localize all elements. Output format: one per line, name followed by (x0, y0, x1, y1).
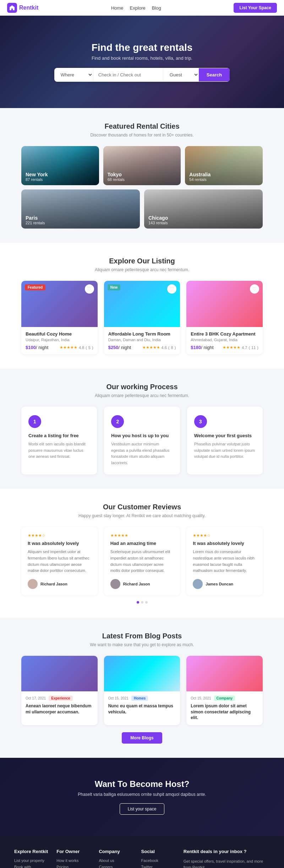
footer-link-1-0[interactable]: How it works (56, 858, 92, 863)
city-card-newyork[interactable]: New York 87 rentals (21, 146, 99, 185)
city-card-tokyo[interactable]: Tokyo 68 rentals (103, 146, 181, 185)
listing-price-0: $100/ night (26, 345, 48, 350)
blog-tag-0: Experience (49, 696, 72, 701)
blog-card-0[interactable]: Oct 17, 2021 Experience Aenean laoreet n… (21, 656, 98, 725)
author-name-0: Richard Jason (40, 582, 67, 586)
listing-price-1: $250/ night (108, 345, 131, 350)
blog-post-title-0: Aenean laoreet neque bibendum mi ullamco… (26, 703, 93, 715)
search-button[interactable]: Search (199, 68, 230, 81)
list-your-space-button[interactable]: List Your Space (234, 3, 277, 13)
city-info-newyork: New York 87 rentals (21, 168, 52, 185)
process-subtitle: Aliquam ornare pellentesque arcu nec fer… (21, 393, 263, 398)
process-num-2: 3 (194, 415, 207, 428)
listings-title: Explore Our Listing (21, 257, 263, 265)
blog-body-0: Oct 17, 2021 Experience Aenean laoreet n… (21, 691, 98, 719)
newsletter-text: Get special offers, travel inspiration, … (184, 858, 270, 868)
footer-link-0-0[interactable]: List your property (14, 858, 49, 863)
footer-heading-company: Company (99, 849, 134, 854)
dot-1[interactable] (141, 601, 143, 604)
more-blogs-button[interactable]: More Blogs (122, 732, 162, 744)
process-num-1: 2 (111, 415, 124, 428)
guest-select[interactable]: Guest (163, 68, 199, 82)
blog-image-2 (186, 656, 263, 691)
where-select[interactable]: Where (54, 68, 93, 82)
reviews-subtitle: Happy guest stay longer. At Rentkit we c… (21, 513, 263, 518)
nav-blog[interactable]: Blog (152, 5, 161, 11)
footer-link-2-1[interactable]: Careers (99, 865, 134, 868)
favorite-button-2[interactable]: ♡ (250, 284, 259, 294)
blog-date-1: Oct 15, 2021 (108, 696, 129, 700)
process-title: Our working Process (21, 383, 263, 391)
stars-0: ★★★★★ (60, 345, 77, 350)
listing-footer-2: $180/ night ★★★★★ 4.7 (11) (191, 345, 258, 350)
dot-0[interactable] (137, 601, 139, 604)
nav-right: List Your Space (234, 3, 277, 13)
favorite-button-1[interactable]: ♡ (167, 284, 176, 294)
city-count-australia: 54 rentals (189, 177, 211, 182)
navbar: Rentkit Home Explore Blog List Your Spac… (0, 0, 284, 16)
process-card-0: 1 Create a listing for free Morbi elit s… (21, 407, 97, 475)
dot-2[interactable] (145, 601, 148, 604)
blog-card-1[interactable]: Oct 15, 2021 Homes Nunc eu quam et massa… (104, 656, 180, 725)
city-info-paris: Paris 221 rentals (21, 211, 49, 229)
city-card-chicago[interactable]: Chicago 143 rentals (144, 189, 263, 229)
reviews-section: Our Customer Reviews Happy guest stay lo… (0, 489, 284, 617)
review-stars-1: ★★★★★ (110, 533, 174, 538)
footer-heading-explore: Explore Rentkit (14, 849, 49, 854)
process-grid: 1 Create a listing for free Morbi elit s… (21, 407, 263, 475)
listing-location-0: Udaipur, Rajasthan, India (26, 338, 93, 342)
checkin-input[interactable] (93, 68, 163, 81)
process-step-title-1: How you host is up to you (111, 433, 173, 438)
footer-col-owner: For Owner How it works Pricing Join as O… (56, 849, 92, 868)
process-card-2: 3 Welcome your first guests Phasellus pu… (187, 407, 263, 475)
listing-location-1: Daman, Daman and Diu, India (108, 338, 176, 342)
footer-heading-owner: For Owner (56, 849, 92, 854)
footer-link-3-1[interactable]: Twitter (141, 865, 176, 868)
nav-explore[interactable]: Explore (130, 5, 146, 11)
blog-grid: Oct 17, 2021 Experience Aenean laoreet n… (21, 656, 263, 725)
list-space-button[interactable]: List your space (120, 803, 165, 815)
author-name-2: James Duncan (206, 582, 233, 586)
stars-2: ★★★★★ (223, 345, 240, 350)
listing-badge-0: Featured (25, 284, 45, 290)
footer-link-0-1[interactable]: Book with Confidence (14, 865, 49, 868)
favorite-button-0[interactable]: ♡ (85, 284, 94, 294)
blog-meta-0: Oct 17, 2021 Experience (26, 696, 93, 701)
blog-tag-2: Company (214, 696, 235, 701)
blog-date-0: Oct 17, 2021 (26, 696, 46, 700)
listing-rating-1: ★★★★★ 4.6 (8) (142, 345, 176, 350)
footer-link-1-1[interactable]: Pricing (56, 865, 92, 868)
listing-card-1[interactable]: New ♡ Affordable Long Term Room Daman, D… (104, 281, 180, 354)
listing-image-2: ♡ (186, 281, 263, 327)
city-info-australia: Australia 54 rentals (185, 168, 215, 185)
city-card-australia[interactable]: Australia 54 rentals (185, 146, 263, 185)
blog-card-2[interactable]: Oct 15, 2021 Company Lorem ipsum dolor s… (186, 656, 263, 725)
process-section: Our working Process Aliquam ornare pelle… (0, 369, 284, 489)
footer-link-3-0[interactable]: Facebook (141, 858, 176, 863)
footer-col-social: Social Facebook Twitter LinkedIn Google … (141, 849, 176, 868)
nav-home[interactable]: Home (111, 5, 124, 11)
logo[interactable]: Rentkit (7, 3, 38, 13)
blog-image-1 (104, 656, 180, 691)
review-title-1: Had an amazing time (110, 541, 174, 546)
process-card-1: 2 How you host is up to you Vestibulum a… (104, 407, 180, 475)
review-text-2: Lorem risus do consequatur nostestique a… (193, 549, 256, 574)
footer-link-2-0[interactable]: About us (99, 858, 134, 863)
city-card-paris[interactable]: Paris 221 rentals (21, 189, 140, 229)
city-count-paris: 221 rentals (26, 221, 45, 225)
process-step-title-0: Create a listing for free (28, 433, 90, 438)
listing-card-0[interactable]: Featured ♡ Beautiful Cozy Home Udaipur, … (21, 281, 98, 354)
review-stars-0: ★★★★☆ (28, 533, 91, 538)
city-count-tokyo: 68 rentals (108, 177, 125, 182)
city-name-tokyo: Tokyo (108, 172, 125, 177)
review-pagination (21, 601, 263, 604)
blog-post-title-2: Lorem ipsum dolor sit amet simon consect… (191, 703, 258, 721)
listing-footer-1: $250/ night ★★★★★ 4.6 (8) (108, 345, 176, 350)
blog-tag-1: Homes (131, 696, 148, 701)
process-num-0: 1 (28, 415, 41, 428)
city-name-australia: Australia (189, 172, 211, 177)
listing-card-2[interactable]: ♡ Entire 3 BHK Cozy Apartment Ahmedabad,… (186, 281, 263, 354)
footer-col-company: Company About us Careers Clients Team He… (99, 849, 134, 868)
city-name-chicago: Chicago (148, 215, 168, 221)
blog-section: Latest From Blog Posts We want to make s… (0, 618, 284, 758)
